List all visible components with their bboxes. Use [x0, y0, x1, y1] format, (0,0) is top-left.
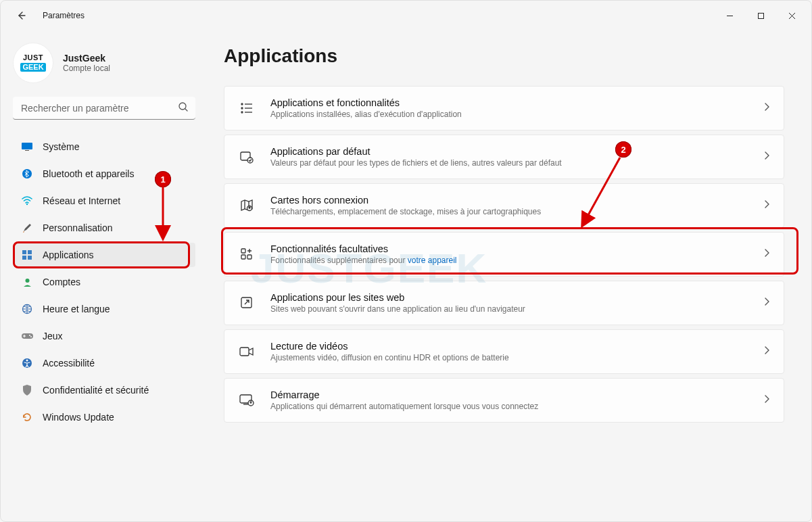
- nav-item-applications[interactable]: Applications: [13, 243, 195, 267]
- nav-item-system[interactable]: Système: [13, 135, 195, 159]
- chevron-right-icon: [764, 297, 770, 309]
- nav-label: Jeux: [43, 331, 63, 341]
- card-startup[interactable]: DémarrageApplications qui démarrent auto…: [224, 378, 784, 423]
- nav-item-accessibility[interactable]: Accessibilité: [13, 351, 195, 375]
- profile-subtitle: Compte local: [63, 64, 110, 73]
- card-subtitle: Ajustements vidéo, diffusion en continu …: [270, 353, 764, 362]
- card-apps-features[interactable]: Applications et fonctionnalitésApplicati…: [224, 86, 784, 130]
- nav-label: Windows Update: [43, 412, 114, 423]
- card-title: Cartes hors connexion: [270, 195, 764, 206]
- svg-rect-27: [240, 348, 249, 356]
- nav-label: Système: [43, 141, 79, 152]
- nav-list: Système Bluetooth et appareils Réseau et…: [13, 135, 195, 429]
- shield-icon: [21, 384, 33, 396]
- profile-name: JustGeek: [63, 53, 110, 64]
- sync-icon: [21, 411, 33, 423]
- nav-item-personalization[interactable]: Personnalisation: [13, 216, 195, 240]
- nav-item-gaming[interactable]: Jeux: [13, 324, 195, 348]
- optional-features-icon: [238, 245, 256, 263]
- search-input[interactable]: [13, 97, 195, 120]
- svg-point-19: [241, 112, 243, 113]
- nav-label: Applications: [43, 250, 94, 260]
- svg-point-18: [241, 108, 243, 109]
- window-controls: [714, 5, 807, 26]
- back-button[interactable]: [11, 6, 30, 25]
- card-title: Lecture de vidéos: [270, 341, 764, 352]
- chevron-right-icon: [764, 199, 770, 212]
- arrow-left-icon: [16, 10, 26, 21]
- svg-rect-0: [758, 13, 763, 18]
- chevron-right-icon: [764, 248, 770, 260]
- svg-rect-2: [22, 143, 32, 149]
- default-apps-icon: [238, 148, 256, 166]
- chevron-right-icon: [764, 394, 770, 406]
- display-icon: [21, 141, 33, 153]
- nav-label: Réseau et Internet: [43, 195, 120, 206]
- svg-point-10: [25, 279, 29, 283]
- card-subtitle: Applications installées, alias d'exécuti…: [270, 110, 764, 119]
- search-container: [13, 97, 195, 120]
- card-title: Démarrage: [270, 389, 764, 400]
- card-video-playback[interactable]: Lecture de vidéosAjustements vidéo, diff…: [224, 329, 784, 374]
- chevron-right-icon: [764, 151, 770, 163]
- wifi-icon: [21, 195, 33, 207]
- card-offline-maps[interactable]: Cartes hors connexionTéléchargements, em…: [224, 183, 784, 228]
- card-websites-apps[interactable]: Applications pour les sites webSites web…: [224, 281, 784, 325]
- svg-rect-3: [25, 150, 29, 151]
- nav-item-network[interactable]: Réseau et Internet: [13, 189, 195, 213]
- svg-rect-6: [22, 250, 26, 254]
- paintbrush-icon: [21, 222, 33, 234]
- search-icon: [178, 101, 189, 115]
- card-subtitle: Fonctionnalités supplémentaires pour vot…: [270, 256, 764, 265]
- chevron-right-icon: [764, 102, 770, 114]
- video-icon: [238, 343, 256, 360]
- nav-label: Confidentialité et sécurité: [43, 385, 149, 396]
- svg-rect-25: [247, 255, 252, 259]
- globe-clock-icon: [21, 303, 33, 315]
- sidebar: JUSTGEEK JustGeek Compte local Système B…: [1, 30, 204, 521]
- avatar: JUSTGEEK: [13, 43, 53, 83]
- page-title: Applications: [224, 45, 784, 67]
- window-title: Paramètres: [43, 11, 85, 20]
- nav-label: Accessibilité: [43, 358, 95, 369]
- nav-item-privacy[interactable]: Confidentialité et sécurité: [13, 378, 195, 402]
- card-optional-features[interactable]: Fonctionnalités facultativesFonctionnali…: [224, 232, 784, 277]
- settings-window: Paramètres JUSTGEEK JustGeek Compte loca…: [0, 0, 812, 522]
- card-default-apps[interactable]: Applications par défautValeurs par défau…: [224, 135, 784, 179]
- svg-rect-24: [241, 255, 245, 259]
- close-icon: [788, 12, 796, 20]
- svg-rect-8: [22, 256, 26, 260]
- nav-label: Heure et langue: [43, 304, 110, 314]
- person-icon: [21, 276, 33, 288]
- nav-item-bluetooth[interactable]: Bluetooth et appareils: [13, 162, 195, 186]
- card-subtitle: Sites web pouvant s'ouvrir dans une appl…: [270, 304, 764, 314]
- titlebar: Paramètres: [1, 1, 811, 30]
- svg-point-1: [179, 103, 186, 110]
- svg-point-16: [26, 360, 28, 362]
- maximize-button[interactable]: [745, 5, 776, 26]
- list-icon: [238, 99, 256, 117]
- nav-label: Personnalisation: [43, 222, 113, 233]
- map-icon: [238, 197, 256, 214]
- minimize-icon: [726, 12, 734, 20]
- minimize-button[interactable]: [714, 5, 745, 26]
- startup-icon: [238, 392, 256, 409]
- svg-rect-23: [241, 249, 245, 253]
- bluetooth-icon: [21, 168, 33, 180]
- nav-label: Bluetooth et appareils: [43, 168, 134, 179]
- card-title: Fonctionnalités facultatives: [270, 243, 764, 254]
- accessibility-icon: [21, 357, 33, 369]
- svg-rect-9: [28, 256, 32, 260]
- card-title: Applications et fonctionnalités: [270, 97, 764, 108]
- nav-item-windows-update[interactable]: Windows Update: [13, 405, 195, 429]
- content-area: Applications Applications et fonctionnal…: [204, 30, 811, 521]
- card-subtitle: Téléchargements, emplacement de stockage…: [270, 207, 764, 216]
- svg-point-5: [26, 204, 28, 205]
- nav-item-accounts[interactable]: Comptes: [13, 270, 195, 294]
- svg-point-17: [241, 103, 243, 105]
- maximize-icon: [757, 12, 765, 20]
- nav-item-time-language[interactable]: Heure et langue: [13, 297, 195, 321]
- close-button[interactable]: [776, 5, 807, 26]
- profile-block[interactable]: JUSTGEEK JustGeek Compte local: [13, 43, 195, 83]
- gamepad-icon: [21, 330, 33, 342]
